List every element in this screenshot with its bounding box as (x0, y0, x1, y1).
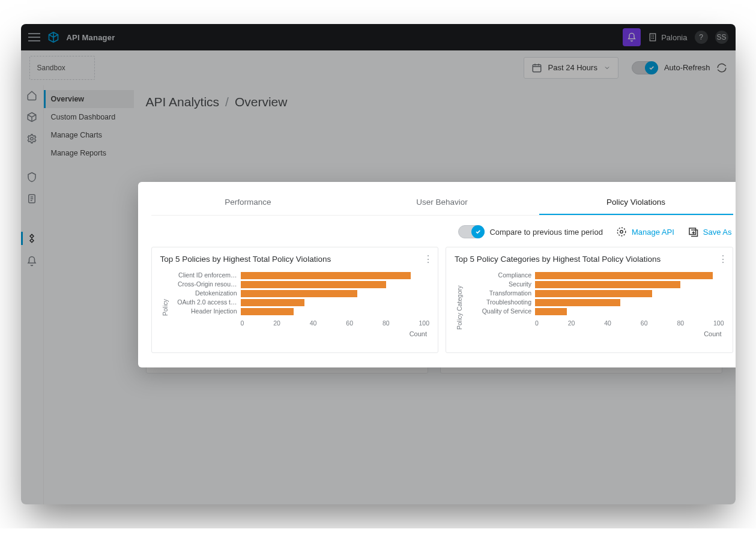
chart-x-tick: 0 (241, 319, 244, 327)
breadcrumb: API Analytics / Overview (146, 95, 724, 109)
org-name-label: Palonia (661, 33, 687, 42)
overview-panel: Performance User Behavior Policy Violati… (138, 182, 736, 367)
rail-cube-icon[interactable] (26, 112, 37, 122)
chart-category-label: Quality of Service (463, 307, 535, 316)
rail-gear-icon[interactable] (26, 133, 37, 144)
chart-bar (535, 299, 620, 306)
menu-toggle-icon[interactable] (28, 33, 40, 41)
chart-card-title: Top 5 Policies by Highest Total Policy V… (160, 255, 430, 264)
svg-point-5 (620, 231, 623, 234)
compare-label: Compare to previous time period (489, 228, 603, 237)
chart-bar (535, 290, 652, 297)
save-as-label: Save As (703, 228, 732, 237)
user-avatar[interactable]: SS (715, 31, 728, 44)
chart-bar (535, 308, 567, 315)
auto-refresh-label: Auto-Refresh (664, 63, 710, 72)
gear-outline-icon (616, 226, 627, 237)
svg-rect-1 (533, 64, 541, 71)
calendar-icon (531, 62, 542, 73)
chart-bar (241, 299, 305, 306)
card-menu-icon[interactable]: ⋮ (718, 253, 728, 265)
svg-rect-0 (650, 34, 655, 41)
chart-bar (535, 272, 713, 279)
bell-icon (627, 32, 637, 42)
refresh-icon[interactable] (716, 62, 727, 73)
chart-x-tick: 40 (604, 319, 611, 327)
breadcrumb-separator: / (225, 95, 229, 109)
chart-bar (241, 308, 294, 315)
manage-api-label: Manage API (632, 228, 674, 237)
chart-category-label: Security (463, 280, 535, 289)
environment-selector[interactable]: Sandbox (29, 56, 95, 80)
svg-point-2 (31, 138, 34, 141)
chart-x-tick: 60 (346, 319, 353, 327)
chart-y-axis-label: Policy (160, 268, 169, 346)
compare-toggle-group: Compare to previous time period (458, 225, 603, 238)
chart-x-tick: 20 (273, 319, 280, 327)
chart-x-axis-label: Count (535, 330, 724, 337)
compare-toggle[interactable] (458, 225, 485, 238)
chart-x-tick: 20 (568, 319, 575, 327)
sidebar-item-overview[interactable]: Overview (44, 90, 134, 108)
chart-y-axis-label: Policy Category (455, 268, 463, 346)
notifications-button[interactable] (623, 28, 641, 46)
save-as-link[interactable]: Save As (688, 226, 732, 237)
chart-x-tick: 80 (677, 319, 684, 327)
chevron-down-icon (603, 64, 611, 71)
product-logo-icon (47, 31, 59, 43)
sidebar-item-custom-dashboard[interactable]: Custom Dashboard (44, 108, 134, 126)
time-range-label: Past 24 Hours (548, 63, 597, 72)
svg-rect-6 (689, 228, 696, 235)
chart-category-label: Header Injection (169, 307, 241, 316)
rail-shield-icon[interactable] (26, 172, 37, 183)
chart-category-label: Troubleshooting (463, 298, 535, 307)
rail-contract-icon[interactable] (26, 193, 37, 204)
org-switcher[interactable]: Palonia (648, 32, 687, 42)
sidebar-item-manage-reports[interactable]: Manage Reports (44, 144, 134, 162)
chart-bar (241, 281, 386, 288)
chart-x-tick: 100 (419, 319, 429, 327)
auto-refresh-toggle[interactable] (632, 61, 658, 74)
card-menu-icon[interactable]: ⋮ (423, 253, 433, 265)
rail-alerts-icon[interactable] (26, 256, 37, 267)
building-icon (648, 32, 658, 42)
tab-user-behavior[interactable]: User Behavior (345, 192, 539, 215)
icon-rail (21, 85, 44, 504)
chart-x-axis: 020406080100 (535, 319, 724, 327)
tab-policy-violations[interactable]: Policy Violations (539, 192, 733, 215)
chart-card: Top 5 Policies by Highest Total Policy V… (151, 247, 439, 353)
save-as-icon (688, 226, 698, 237)
svg-point-4 (617, 228, 626, 236)
chart-category-label: Detokenization (169, 289, 241, 298)
chart-x-tick: 80 (383, 319, 390, 327)
sidebar-item-manage-charts[interactable]: Manage Charts (44, 126, 134, 144)
chart-category-label: Cross-Origin resou… (169, 280, 241, 289)
tab-performance[interactable]: Performance (151, 192, 345, 215)
help-button[interactable]: ? (695, 31, 708, 44)
breadcrumb-section: API Analytics (146, 95, 220, 109)
chart-category-label: Transformation (463, 289, 535, 298)
chart-card-title: Top 5 Policy Categories by Highest Total… (455, 255, 724, 264)
panel-tabs: Performance User Behavior Policy Violati… (151, 192, 733, 216)
check-icon (475, 229, 481, 235)
chart-x-tick: 0 (535, 319, 539, 327)
chart-bar (535, 281, 680, 288)
check-icon (649, 65, 655, 71)
chart-x-axis: 020406080100 (241, 319, 430, 327)
chart-x-tick: 100 (713, 319, 724, 327)
manage-api-link[interactable]: Manage API (616, 226, 674, 237)
chart-category-label: Compliance (463, 271, 535, 280)
chart-bar (241, 290, 358, 297)
breadcrumb-page: Overview (235, 95, 288, 109)
chart-bar (241, 272, 411, 279)
chart-x-axis-label: Count (241, 330, 430, 337)
rail-home-icon[interactable] (26, 90, 37, 101)
chart-x-tick: 40 (310, 319, 317, 327)
time-range-selector[interactable]: Past 24 Hours (524, 57, 618, 79)
chart-category-label: OAuth 2.0 access t… (169, 298, 241, 307)
chart-category-label: Client ID enforcem… (169, 271, 241, 280)
sidebar: Overview Custom Dashboard Manage Charts … (44, 85, 134, 504)
chart-x-tick: 60 (641, 319, 648, 327)
app-title: API Manager (67, 33, 115, 42)
rail-analytics-icon[interactable] (26, 233, 37, 244)
